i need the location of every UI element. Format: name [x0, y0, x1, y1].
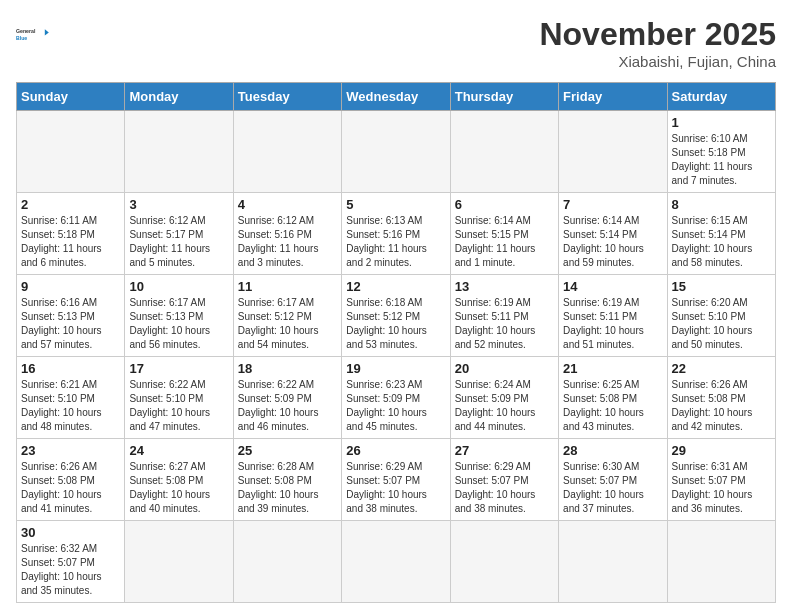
calendar-day	[342, 111, 450, 193]
month-title: November 2025	[539, 16, 776, 53]
day-number: 6	[455, 197, 554, 212]
calendar-day	[125, 111, 233, 193]
calendar-day: 1Sunrise: 6:10 AM Sunset: 5:18 PM Daylig…	[667, 111, 775, 193]
day-number: 14	[563, 279, 662, 294]
calendar-day: 3Sunrise: 6:12 AM Sunset: 5:17 PM Daylig…	[125, 193, 233, 275]
svg-text:General: General	[16, 28, 36, 34]
calendar-day: 22Sunrise: 6:26 AM Sunset: 5:08 PM Dayli…	[667, 357, 775, 439]
day-info: Sunrise: 6:19 AM Sunset: 5:11 PM Dayligh…	[455, 296, 554, 352]
day-info: Sunrise: 6:28 AM Sunset: 5:08 PM Dayligh…	[238, 460, 337, 516]
day-info: Sunrise: 6:23 AM Sunset: 5:09 PM Dayligh…	[346, 378, 445, 434]
day-number: 7	[563, 197, 662, 212]
logo: General Blue	[16, 16, 52, 52]
calendar-day: 5Sunrise: 6:13 AM Sunset: 5:16 PM Daylig…	[342, 193, 450, 275]
calendar-day	[233, 521, 341, 603]
day-number: 23	[21, 443, 120, 458]
day-number: 13	[455, 279, 554, 294]
calendar-week-2: 2Sunrise: 6:11 AM Sunset: 5:18 PM Daylig…	[17, 193, 776, 275]
day-number: 29	[672, 443, 771, 458]
calendar-table: SundayMondayTuesdayWednesdayThursdayFrid…	[16, 82, 776, 603]
calendar-day	[342, 521, 450, 603]
day-info: Sunrise: 6:26 AM Sunset: 5:08 PM Dayligh…	[21, 460, 120, 516]
calendar-week-6: 30Sunrise: 6:32 AM Sunset: 5:07 PM Dayli…	[17, 521, 776, 603]
calendar-day: 2Sunrise: 6:11 AM Sunset: 5:18 PM Daylig…	[17, 193, 125, 275]
day-number: 27	[455, 443, 554, 458]
calendar-day: 29Sunrise: 6:31 AM Sunset: 5:07 PM Dayli…	[667, 439, 775, 521]
dow-header-tuesday: Tuesday	[233, 83, 341, 111]
day-number: 22	[672, 361, 771, 376]
calendar-day: 26Sunrise: 6:29 AM Sunset: 5:07 PM Dayli…	[342, 439, 450, 521]
calendar-day	[125, 521, 233, 603]
calendar-day: 27Sunrise: 6:29 AM Sunset: 5:07 PM Dayli…	[450, 439, 558, 521]
calendar-day: 24Sunrise: 6:27 AM Sunset: 5:08 PM Dayli…	[125, 439, 233, 521]
calendar-week-3: 9Sunrise: 6:16 AM Sunset: 5:13 PM Daylig…	[17, 275, 776, 357]
day-number: 4	[238, 197, 337, 212]
day-info: Sunrise: 6:11 AM Sunset: 5:18 PM Dayligh…	[21, 214, 120, 270]
day-number: 11	[238, 279, 337, 294]
title-block: November 2025 Xiabaishi, Fujian, China	[539, 16, 776, 70]
calendar-day: 28Sunrise: 6:30 AM Sunset: 5:07 PM Dayli…	[559, 439, 667, 521]
calendar-week-1: 1Sunrise: 6:10 AM Sunset: 5:18 PM Daylig…	[17, 111, 776, 193]
calendar-day	[667, 521, 775, 603]
day-info: Sunrise: 6:30 AM Sunset: 5:07 PM Dayligh…	[563, 460, 662, 516]
calendar-day: 19Sunrise: 6:23 AM Sunset: 5:09 PM Dayli…	[342, 357, 450, 439]
calendar-day	[17, 111, 125, 193]
page-header: General Blue November 2025 Xiabaishi, Fu…	[16, 16, 776, 70]
day-number: 20	[455, 361, 554, 376]
calendar-day: 23Sunrise: 6:26 AM Sunset: 5:08 PM Dayli…	[17, 439, 125, 521]
day-info: Sunrise: 6:16 AM Sunset: 5:13 PM Dayligh…	[21, 296, 120, 352]
svg-text:Blue: Blue	[16, 35, 27, 41]
days-of-week-row: SundayMondayTuesdayWednesdayThursdayFrid…	[17, 83, 776, 111]
dow-header-friday: Friday	[559, 83, 667, 111]
day-info: Sunrise: 6:18 AM Sunset: 5:12 PM Dayligh…	[346, 296, 445, 352]
day-number: 19	[346, 361, 445, 376]
day-number: 10	[129, 279, 228, 294]
dow-header-saturday: Saturday	[667, 83, 775, 111]
logo-icon: General Blue	[16, 16, 52, 52]
day-number: 28	[563, 443, 662, 458]
dow-header-thursday: Thursday	[450, 83, 558, 111]
calendar-day	[450, 521, 558, 603]
day-info: Sunrise: 6:14 AM Sunset: 5:15 PM Dayligh…	[455, 214, 554, 270]
day-info: Sunrise: 6:21 AM Sunset: 5:10 PM Dayligh…	[21, 378, 120, 434]
calendar-day: 8Sunrise: 6:15 AM Sunset: 5:14 PM Daylig…	[667, 193, 775, 275]
calendar-day: 21Sunrise: 6:25 AM Sunset: 5:08 PM Dayli…	[559, 357, 667, 439]
calendar-day: 10Sunrise: 6:17 AM Sunset: 5:13 PM Dayli…	[125, 275, 233, 357]
calendar-day: 11Sunrise: 6:17 AM Sunset: 5:12 PM Dayli…	[233, 275, 341, 357]
location: Xiabaishi, Fujian, China	[539, 53, 776, 70]
day-info: Sunrise: 6:12 AM Sunset: 5:16 PM Dayligh…	[238, 214, 337, 270]
day-info: Sunrise: 6:22 AM Sunset: 5:10 PM Dayligh…	[129, 378, 228, 434]
dow-header-monday: Monday	[125, 83, 233, 111]
calendar-week-4: 16Sunrise: 6:21 AM Sunset: 5:10 PM Dayli…	[17, 357, 776, 439]
day-info: Sunrise: 6:17 AM Sunset: 5:12 PM Dayligh…	[238, 296, 337, 352]
day-number: 21	[563, 361, 662, 376]
day-number: 18	[238, 361, 337, 376]
day-number: 26	[346, 443, 445, 458]
calendar-day: 13Sunrise: 6:19 AM Sunset: 5:11 PM Dayli…	[450, 275, 558, 357]
dow-header-sunday: Sunday	[17, 83, 125, 111]
day-info: Sunrise: 6:20 AM Sunset: 5:10 PM Dayligh…	[672, 296, 771, 352]
calendar-day: 25Sunrise: 6:28 AM Sunset: 5:08 PM Dayli…	[233, 439, 341, 521]
calendar-day: 30Sunrise: 6:32 AM Sunset: 5:07 PM Dayli…	[17, 521, 125, 603]
calendar-day: 4Sunrise: 6:12 AM Sunset: 5:16 PM Daylig…	[233, 193, 341, 275]
day-info: Sunrise: 6:15 AM Sunset: 5:14 PM Dayligh…	[672, 214, 771, 270]
day-info: Sunrise: 6:29 AM Sunset: 5:07 PM Dayligh…	[455, 460, 554, 516]
calendar-body: 1Sunrise: 6:10 AM Sunset: 5:18 PM Daylig…	[17, 111, 776, 603]
day-info: Sunrise: 6:22 AM Sunset: 5:09 PM Dayligh…	[238, 378, 337, 434]
calendar-day	[559, 521, 667, 603]
day-info: Sunrise: 6:14 AM Sunset: 5:14 PM Dayligh…	[563, 214, 662, 270]
calendar-day	[233, 111, 341, 193]
day-number: 1	[672, 115, 771, 130]
day-number: 3	[129, 197, 228, 212]
calendar-day: 12Sunrise: 6:18 AM Sunset: 5:12 PM Dayli…	[342, 275, 450, 357]
day-number: 9	[21, 279, 120, 294]
calendar-day: 17Sunrise: 6:22 AM Sunset: 5:10 PM Dayli…	[125, 357, 233, 439]
day-info: Sunrise: 6:12 AM Sunset: 5:17 PM Dayligh…	[129, 214, 228, 270]
day-number: 30	[21, 525, 120, 540]
day-number: 15	[672, 279, 771, 294]
day-number: 2	[21, 197, 120, 212]
calendar-day: 15Sunrise: 6:20 AM Sunset: 5:10 PM Dayli…	[667, 275, 775, 357]
day-number: 24	[129, 443, 228, 458]
day-number: 8	[672, 197, 771, 212]
day-number: 17	[129, 361, 228, 376]
